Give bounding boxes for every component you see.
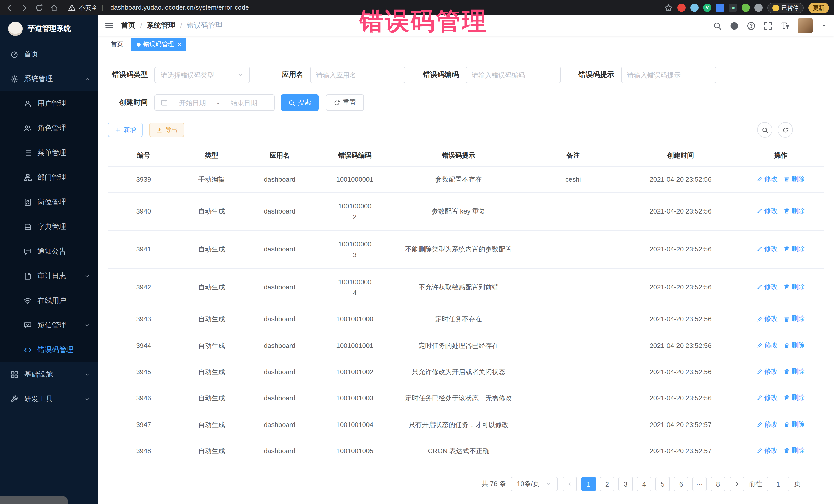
page-button-4[interactable]: 4 <box>637 477 651 491</box>
delete-link[interactable]: 删除 <box>784 174 805 183</box>
delete-link[interactable]: 删除 <box>784 282 805 291</box>
font-size-icon[interactable] <box>781 21 789 30</box>
goto-page-input[interactable] <box>767 477 789 491</box>
sidebar-item-system[interactable]: 系统管理 <box>0 67 97 91</box>
close-icon[interactable]: × <box>178 41 181 48</box>
delete-link[interactable]: 删除 <box>784 244 805 254</box>
edit-link-label: 修改 <box>765 393 778 403</box>
sidebar-item-notice[interactable]: 通知公告 <box>0 239 97 264</box>
date-range-picker[interactable]: - <box>154 94 275 111</box>
error-type-select[interactable] <box>154 67 250 83</box>
page-button-6[interactable]: 6 <box>674 477 688 491</box>
site-security[interactable]: 不安全 | <box>68 3 104 12</box>
breadcrumb-item[interactable]: 系统管理 <box>147 21 176 30</box>
edit-link[interactable]: 修改 <box>757 420 778 429</box>
start-date-input[interactable] <box>171 99 214 107</box>
vue-devtools-extension-icon[interactable]: V <box>703 4 711 12</box>
delete-link[interactable]: 删除 <box>784 393 805 403</box>
fullscreen-icon[interactable] <box>764 21 772 30</box>
edit-link[interactable]: 修改 <box>757 282 778 291</box>
sidebar-item-sms[interactable]: 短信管理 <box>0 313 97 338</box>
add-button[interactable]: 新增 <box>108 123 143 137</box>
sidebar-item-menu[interactable]: 菜单管理 <box>0 140 97 165</box>
reset-button[interactable]: 重置 <box>326 94 364 111</box>
edit-link[interactable]: 修改 <box>757 206 778 216</box>
help-icon[interactable] <box>747 21 755 30</box>
toggle-search-button[interactable] <box>757 122 772 137</box>
sidebar-item-dept[interactable]: 部门管理 <box>0 165 97 190</box>
page-button-8[interactable]: 8 <box>711 477 725 491</box>
edit-link[interactable]: 修改 <box>757 174 778 183</box>
delete-link[interactable]: 删除 <box>784 206 805 216</box>
caret-down-icon[interactable] <box>821 23 827 28</box>
tab-home[interactable]: 首页 <box>106 38 128 51</box>
edit-link[interactable]: 修改 <box>757 393 778 403</box>
home-icon[interactable] <box>50 3 59 12</box>
row-message: 定时任务不存在 <box>394 306 523 333</box>
sidebar-item-dict[interactable]: 字典管理 <box>0 215 97 239</box>
forward-icon[interactable] <box>20 3 29 12</box>
sidebar-item-error-code[interactable]: 错误码管理 <box>0 338 97 363</box>
hamburger-icon[interactable] <box>105 21 114 30</box>
error-code-field[interactable] <box>465 67 561 83</box>
edit-link[interactable]: 修改 <box>757 367 778 376</box>
reset-icon <box>334 99 340 106</box>
sidebar-item-infra[interactable]: 基础设施 <box>0 363 97 387</box>
delete-link[interactable]: 删除 <box>784 446 805 455</box>
refresh-table-button[interactable] <box>777 122 793 137</box>
table-row: 3940自动生成dashboard1001000002参数配置 key 重复20… <box>108 193 824 231</box>
paused-badge[interactable]: 已暂停 <box>767 2 804 13</box>
update-button[interactable]: 更新 <box>808 2 829 13</box>
error-code-input[interactable] <box>471 71 555 79</box>
sidebar-item-dev-tools[interactable]: 研发工具 <box>0 387 97 412</box>
error-message-field[interactable] <box>621 67 717 83</box>
export-button[interactable]: 导出 <box>149 123 184 137</box>
error-type-select-input[interactable] <box>161 71 235 79</box>
sidebar-item-role[interactable]: 角色管理 <box>0 116 97 140</box>
sidebar-item-post[interactable]: 岗位管理 <box>0 190 97 215</box>
avatar[interactable] <box>797 18 813 34</box>
reload-icon[interactable] <box>35 3 44 12</box>
prev-page-button[interactable] <box>563 477 577 491</box>
app-name-field[interactable] <box>310 67 405 83</box>
delete-link[interactable]: 删除 <box>784 341 805 350</box>
page-button-3[interactable]: 3 <box>618 477 633 491</box>
header-search-icon[interactable] <box>713 21 722 30</box>
edit-link[interactable]: 修改 <box>757 341 778 350</box>
sidebar-item-online-user[interactable]: 在线用户 <box>0 288 97 313</box>
dark-extension-icon[interactable]: on <box>729 4 737 12</box>
next-page-button[interactable] <box>730 477 744 491</box>
app-name-input[interactable] <box>316 71 399 79</box>
edit-link[interactable]: 修改 <box>757 314 778 324</box>
edit-link[interactable]: 修改 <box>757 244 778 254</box>
delete-link[interactable]: 删除 <box>784 314 805 324</box>
record-extension-icon[interactable] <box>678 4 686 12</box>
search-button[interactable]: 搜索 <box>281 94 319 111</box>
sidebar-item-user[interactable]: 用户管理 <box>0 91 97 116</box>
row-app: dashboard <box>244 386 315 412</box>
page-button-2[interactable]: 2 <box>600 477 614 491</box>
breadcrumb-item[interactable]: 首页 <box>121 21 135 30</box>
delete-link[interactable]: 删除 <box>784 367 805 376</box>
bookmark-star-icon[interactable] <box>664 3 673 12</box>
sidebar-item-home[interactable]: 首页 <box>0 42 97 67</box>
page-size-select[interactable]: 10条/页 <box>511 477 558 491</box>
page-button-5[interactable]: 5 <box>655 477 670 491</box>
error-message-input[interactable] <box>627 71 710 79</box>
row-actions: 修改删除 <box>738 306 824 333</box>
sidebar-item-audit-log[interactable]: 审计日志 <box>0 264 97 288</box>
puzzle-extension-icon[interactable] <box>754 4 763 12</box>
page-button-1[interactable]: 1 <box>581 477 596 491</box>
url-text[interactable]: dashboard.yudao.iocoder.cn/system/error-… <box>110 4 249 11</box>
green-extension-icon[interactable] <box>742 4 750 12</box>
tab-error-code[interactable]: 错误码管理× <box>131 38 186 51</box>
grid-extension-icon[interactable] <box>716 4 724 12</box>
delete-link[interactable]: 删除 <box>784 420 805 429</box>
page-ellipsis[interactable]: ··· <box>692 477 707 491</box>
end-date-input[interactable] <box>222 99 266 107</box>
back-icon[interactable] <box>5 3 14 12</box>
app-logo[interactable]: 芋道管理系统 <box>0 15 97 42</box>
edit-link[interactable]: 修改 <box>757 446 778 455</box>
drop-extension-icon[interactable] <box>690 4 699 12</box>
github-icon[interactable] <box>730 21 739 30</box>
